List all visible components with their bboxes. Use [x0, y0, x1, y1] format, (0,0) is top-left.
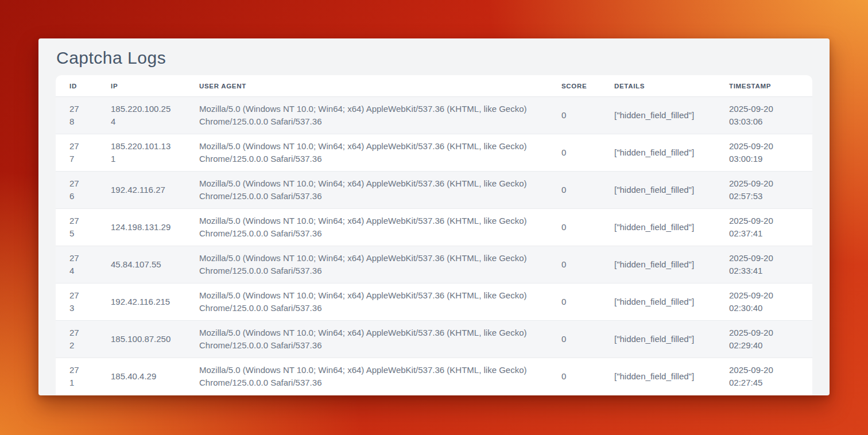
- cell-user-agent: Mozilla/5.0 (Windows NT 10.0; Win64; x64…: [185, 246, 548, 283]
- cell-details: ["hidden_field_filled"]: [600, 246, 715, 283]
- column-header-ip: IP: [97, 75, 185, 97]
- cell-ip: 185.40.4.29: [97, 358, 185, 395]
- column-header-score: SCORE: [548, 75, 600, 97]
- cell-id: 272: [56, 321, 97, 358]
- table-row: 274 45.84.107.55 Mozilla/5.0 (Windows NT…: [56, 246, 812, 283]
- table-row: 276 192.42.116.27 Mozilla/5.0 (Windows N…: [56, 172, 812, 209]
- cell-user-agent: Mozilla/5.0 (Windows NT 10.0; Win64; x64…: [185, 172, 548, 209]
- cell-ip: 192.42.116.215: [97, 283, 185, 321]
- cell-timestamp: 2025-09-20 02:29:40: [715, 321, 812, 358]
- cell-user-agent: Mozilla/5.0 (Windows NT 10.0; Win64; x64…: [185, 358, 548, 395]
- cell-details: ["hidden_field_filled"]: [600, 283, 715, 321]
- cell-score: 0: [548, 246, 600, 283]
- cell-timestamp: 2025-09-20 02:57:53: [715, 172, 812, 209]
- cell-score: 0: [548, 321, 600, 358]
- cell-ip: 185.100.87.250: [97, 321, 185, 358]
- cell-ip: 192.42.116.27: [97, 172, 185, 209]
- cell-details: ["hidden_field_filled"]: [600, 358, 715, 395]
- cell-ip: 185.220.101.131: [97, 134, 185, 172]
- cell-details: ["hidden_field_filled"]: [600, 97, 715, 134]
- cell-ip: 124.198.131.29: [97, 209, 185, 246]
- cell-details: ["hidden_field_filled"]: [600, 209, 715, 246]
- captcha-logs-table: ID IP USER AGENT SCORE DETAILS TIMESTAMP…: [56, 75, 812, 395]
- captcha-logs-table-container: ID IP USER AGENT SCORE DETAILS TIMESTAMP…: [56, 75, 812, 395]
- page-title: Captcha Logs: [56, 46, 812, 70]
- column-header-timestamp: TIMESTAMP: [715, 75, 812, 97]
- column-header-user-agent: USER AGENT: [185, 75, 548, 97]
- cell-score: 0: [548, 283, 600, 321]
- cell-ip: 45.84.107.55: [97, 246, 185, 283]
- table-row: 273 192.42.116.215 Mozilla/5.0 (Windows …: [56, 283, 812, 321]
- cell-timestamp: 2025-09-20 03:03:06: [715, 97, 812, 134]
- cell-ip: 185.220.100.254: [97, 97, 185, 134]
- cell-details: ["hidden_field_filled"]: [600, 172, 715, 209]
- cell-details: ["hidden_field_filled"]: [600, 134, 715, 172]
- cell-timestamp: 2025-09-20 02:37:41: [715, 209, 812, 246]
- cell-details: ["hidden_field_filled"]: [600, 321, 715, 358]
- cell-id: 278: [56, 97, 97, 134]
- cell-score: 0: [548, 209, 600, 246]
- cell-score: 0: [548, 97, 600, 134]
- cell-id: 277: [56, 134, 97, 172]
- column-header-id: ID: [56, 75, 97, 97]
- cell-score: 0: [548, 172, 600, 209]
- cell-user-agent: Mozilla/5.0 (Windows NT 10.0; Win64; x64…: [185, 283, 548, 321]
- table-header: ID IP USER AGENT SCORE DETAILS TIMESTAMP: [56, 75, 812, 97]
- table-row: 272 185.100.87.250 Mozilla/5.0 (Windows …: [56, 321, 812, 358]
- cell-timestamp: 2025-09-20 03:00:19: [715, 134, 812, 172]
- cell-timestamp: 2025-09-20 02:30:40: [715, 283, 812, 321]
- cell-id: 276: [56, 172, 97, 209]
- table-row: 278 185.220.100.254 Mozilla/5.0 (Windows…: [56, 97, 812, 134]
- cell-timestamp: 2025-09-20 02:27:45: [715, 358, 812, 395]
- cell-user-agent: Mozilla/5.0 (Windows NT 10.0; Win64; x64…: [185, 321, 548, 358]
- cell-id: 275: [56, 209, 97, 246]
- cell-id: 274: [56, 246, 97, 283]
- desktop-background: { "page": { "title": "Captcha Logs" }, "…: [0, 0, 868, 435]
- cell-user-agent: Mozilla/5.0 (Windows NT 10.0; Win64; x64…: [185, 134, 548, 172]
- cell-user-agent: Mozilla/5.0 (Windows NT 10.0; Win64; x64…: [185, 97, 548, 134]
- cell-timestamp: 2025-09-20 02:33:41: [715, 246, 812, 283]
- cell-id: 273: [56, 283, 97, 321]
- table-body: 278 185.220.100.254 Mozilla/5.0 (Windows…: [56, 97, 812, 395]
- table-row: 275 124.198.131.29 Mozilla/5.0 (Windows …: [56, 209, 812, 246]
- table-row: 271 185.40.4.29 Mozilla/5.0 (Windows NT …: [56, 358, 812, 395]
- column-header-details: DETAILS: [600, 75, 715, 97]
- captcha-logs-card: Captcha Logs ID IP USER AGENT SCORE DETA…: [38, 38, 830, 395]
- table-row: 277 185.220.101.131 Mozilla/5.0 (Windows…: [56, 134, 812, 172]
- cell-score: 0: [548, 134, 600, 172]
- cell-user-agent: Mozilla/5.0 (Windows NT 10.0; Win64; x64…: [185, 209, 548, 246]
- table-header-row: ID IP USER AGENT SCORE DETAILS TIMESTAMP: [56, 75, 812, 97]
- cell-score: 0: [548, 358, 600, 395]
- cell-id: 271: [56, 358, 97, 395]
